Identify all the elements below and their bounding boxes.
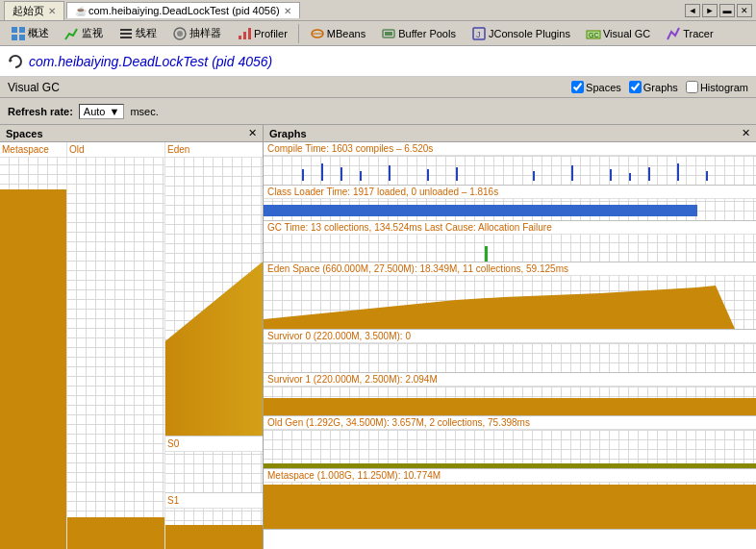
graphs-checkbox[interactable]: Graphs — [629, 81, 678, 93]
metaspace-row: Metaspace (1.008G, 11.250M): 10.774M — [264, 469, 756, 530]
compile-tick-12 — [648, 167, 650, 181]
tool-tracer[interactable]: Tracer — [659, 23, 719, 44]
classloader-label: Class Loader Time: 1917 loaded, 0 unload… — [264, 186, 756, 199]
vgc-checkboxes: Spaces Graphs Histogram — [571, 81, 748, 93]
tool-thread-label: 线程 — [136, 26, 157, 40]
tool-monitor[interactable]: 监视 — [58, 23, 110, 44]
oldgen-label: Old Gen (1.292G, 34.500M): 3.657M, 2 col… — [264, 416, 756, 430]
app-title: com.heibaiying.DeadLockTest (pid 4056) — [0, 46, 756, 77]
refresh-icon — [8, 54, 23, 69]
classloader-area — [264, 199, 756, 220]
compile-tick-9 — [571, 165, 573, 181]
svg-text:GC: GC — [589, 32, 599, 38]
sampler-icon — [172, 26, 188, 41]
survivor0-label: Survivor 0 (220.000M, 3.500M): 0 — [264, 330, 756, 343]
eden-graph-label: Eden Space (660.000M, 27.500M): 18.349M,… — [264, 262, 756, 276]
tool-jconsole[interactable]: J JConsole Plugins — [465, 23, 577, 44]
survivor0-row: Survivor 0 (220.000M, 3.500M): 0 — [264, 330, 756, 373]
refresh-unit: msec. — [130, 106, 158, 117]
chart-icon — [64, 26, 80, 41]
win-back[interactable]: ◄ — [685, 4, 700, 17]
oldgen-bar — [264, 463, 756, 468]
eden-s-col: Eden S0 S1 — [165, 142, 263, 549]
svg-rect-0 — [12, 27, 17, 33]
survivor1-label: Survivor 1 (220.000M, 2.500M): 2.094M — [264, 373, 756, 387]
spaces-content: Metaspace Old Eden — [0, 142, 263, 549]
tool-mbeans[interactable]: MBeans — [303, 23, 372, 44]
oldgen-area — [264, 430, 756, 468]
old-label: Old — [67, 142, 164, 158]
graphs-panel-close[interactable]: ✕ — [742, 127, 750, 139]
metaspace-chart — [0, 158, 66, 549]
tool-monitor-label: 监视 — [82, 26, 103, 40]
refresh-value: Auto — [84, 106, 106, 117]
s1-bar — [165, 525, 263, 549]
vgc-title: Visual GC — [8, 81, 60, 94]
tool-buffer-label: Buffer Pools — [398, 28, 456, 39]
compile-tick-14 — [706, 171, 708, 181]
tool-thread[interactable]: 线程 — [112, 23, 164, 44]
gc-label: GC Time: 13 collections, 134.524ms Last … — [264, 221, 756, 235]
win-forward[interactable]: ► — [702, 4, 718, 17]
spaces-checkbox[interactable]: Spaces — [571, 81, 621, 93]
compile-tick-11 — [629, 173, 631, 181]
separator-1 — [298, 24, 299, 43]
main-content: Spaces ✕ Metaspace Old Eden — [0, 125, 756, 549]
tool-visualgc-label: Visual GC — [603, 28, 650, 39]
win-close[interactable]: ✕ — [737, 4, 752, 17]
spaces-check[interactable] — [571, 81, 584, 93]
compile-area — [264, 156, 756, 185]
metaspace-label: Metaspace — [0, 142, 66, 158]
thread-icon — [118, 26, 134, 41]
refresh-label: Refresh rate: — [8, 106, 73, 117]
profiler-icon — [237, 26, 252, 41]
refresh-select[interactable]: Auto ▼ — [79, 104, 125, 119]
graphs-check[interactable] — [629, 81, 642, 93]
tab-icon: ☕ — [75, 6, 87, 16]
tab-home[interactable]: 起始页 ✕ — [4, 1, 64, 20]
win-minimize[interactable]: ▬ — [719, 4, 735, 17]
spaces-panel-close[interactable]: ✕ — [248, 127, 257, 139]
tab-main-close[interactable]: ✕ — [284, 6, 291, 16]
tool-visualgc[interactable]: GC Visual GC — [579, 23, 657, 44]
svg-rect-1 — [19, 27, 25, 33]
s0-chart — [165, 452, 263, 492]
classloader-bar — [264, 205, 697, 216]
metaspace-graph-label: Metaspace (1.008G, 11.250M): 10.774M — [264, 469, 756, 483]
histogram-check[interactable] — [686, 81, 698, 93]
refresh-bar: Refresh rate: Auto ▼ msec. — [0, 98, 756, 125]
tool-profiler[interactable]: Profiler — [230, 23, 294, 44]
graphs-panel: Graphs ✕ Compile Time: 1603 compiles – 6… — [264, 125, 756, 549]
svg-rect-3 — [19, 35, 25, 40]
compile-tick-8 — [533, 171, 535, 181]
graphs-scroll[interactable]: Compile Time: 1603 compiles – 6.520s — [264, 142, 756, 549]
compile-tick-3 — [340, 167, 342, 181]
spaces-panel: Spaces ✕ Metaspace Old Eden — [0, 125, 264, 549]
tab-main[interactable]: ☕ com.heibaiying.DeadLockTest (pid 4056)… — [66, 2, 300, 18]
gc-spike-1 — [485, 246, 488, 262]
s0-label: S0 — [165, 437, 263, 452]
title-bar: 起始页 ✕ ☕ com.heibaiying.DeadLockTest (pid… — [0, 0, 756, 21]
visualgc-icon: GC — [586, 26, 601, 41]
svg-rect-2 — [12, 35, 17, 40]
tool-profiler-label: Profiler — [254, 28, 288, 39]
spaces-panel-title: Spaces — [6, 128, 43, 139]
old-chart — [67, 158, 164, 549]
s1-label: S1 — [165, 493, 263, 509]
compile-tick-1 — [302, 169, 304, 181]
spaces-label: Spaces — [586, 82, 621, 93]
tool-buffer[interactable]: Buffer Pools — [374, 23, 463, 44]
tab-main-label: com.heibaiying.DeadLockTest (pid 4056) — [88, 5, 280, 16]
jconsole-icon: J — [471, 26, 487, 41]
tool-sampler[interactable]: 抽样器 — [165, 23, 228, 44]
tracer-icon — [666, 26, 681, 41]
eden-svg — [264, 276, 756, 329]
tool-overview[interactable]: 概述 — [4, 23, 56, 44]
eden-graph-area — [264, 276, 756, 329]
survivor1-row: Survivor 1 (220.000M, 2.500M): 2.094M — [264, 373, 756, 416]
histogram-checkbox[interactable]: Histogram — [686, 81, 748, 93]
compile-tick-2 — [321, 163, 323, 181]
old-bar — [67, 517, 164, 549]
tab-home-close[interactable]: ✕ — [48, 6, 56, 16]
compile-tick-4 — [360, 171, 362, 181]
